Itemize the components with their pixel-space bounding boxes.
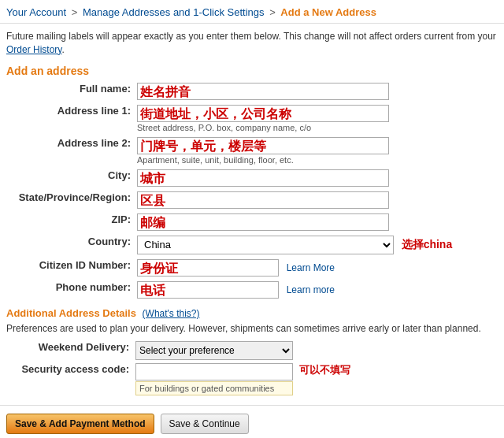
- phone-learn-more[interactable]: Learn more: [287, 284, 335, 295]
- breadcrumb-current: Add a New Address: [280, 6, 376, 18]
- country-label: Country:: [0, 233, 134, 257]
- security-code-hint: For buildings or gated communities: [135, 381, 293, 395]
- phone-wrapper: 电话: [137, 281, 279, 299]
- address1-input[interactable]: [137, 105, 389, 122]
- country-row: Country: China United States United King…: [0, 233, 504, 257]
- breadcrumb-manage-link[interactable]: Manage Addresses and 1-Click Settings: [83, 6, 265, 18]
- additional-title: Additional Address Details: [6, 307, 136, 319]
- citizen-id-input[interactable]: [137, 259, 279, 277]
- city-input[interactable]: [137, 169, 389, 187]
- citizen-id-label: Citizen ID Number:: [0, 257, 134, 279]
- zip-input[interactable]: [137, 213, 389, 231]
- add-address-heading: Add an address: [0, 60, 504, 80]
- no-fill-annotation: 可以不填写: [296, 362, 354, 397]
- full-name-input[interactable]: [137, 83, 389, 100]
- citizen-id-learn-more[interactable]: Learn More: [287, 262, 335, 273]
- country-cell: China United States United Kingdom Japan…: [134, 233, 504, 257]
- address1-label: Address line 1:: [0, 102, 134, 135]
- country-select[interactable]: China United States United Kingdom Japan…: [137, 236, 394, 254]
- city-cell: 城市: [134, 167, 504, 189]
- full-name-cell: 姓名拼音: [134, 80, 504, 102]
- order-history-link[interactable]: Order History: [6, 44, 61, 55]
- phone-input[interactable]: [137, 281, 279, 299]
- address-form: Full name: 姓名拼音 Address line 1: 街道地址，小区，…: [0, 80, 504, 301]
- zip-row: ZIP: 邮编: [0, 211, 504, 233]
- phone-cell: 电话 Learn more: [134, 279, 504, 301]
- citizen-id-row: Citizen ID Number: 身份证 Learn More: [0, 257, 504, 279]
- full-name-row: Full name: 姓名拼音: [0, 80, 504, 102]
- city-label: City:: [0, 167, 134, 189]
- intro-text: Future mailing labels will appear exactl…: [0, 24, 504, 60]
- address2-row: Address line 2: 门牌号，单元，楼层等 Apartment, su…: [0, 135, 504, 167]
- address2-hint: Apartment, suite, unit, building, floor,…: [137, 155, 501, 165]
- security-code-row: Security access code: For buildings or g…: [6, 362, 354, 397]
- address2-wrapper: 门牌号，单元，楼层等: [137, 137, 389, 154]
- citizen-id-cell: 身份证 Learn More: [134, 257, 504, 279]
- weekend-delivery-cell: Select your preference Yes No: [132, 340, 296, 362]
- state-wrapper: 区县: [137, 191, 389, 209]
- additional-description: Preferences are used to plan your delive…: [0, 321, 504, 339]
- save-add-payment-button[interactable]: Save & Add Payment Method: [6, 414, 154, 434]
- zip-cell: 邮编: [134, 211, 504, 233]
- additional-heading: Additional Address Details (What's this?…: [0, 301, 504, 321]
- city-row: City: 城市: [0, 167, 504, 189]
- weekend-delivery-select[interactable]: Select your preference Yes No: [135, 341, 293, 360]
- save-continue-button[interactable]: Save & Continue: [161, 414, 249, 434]
- security-code-input[interactable]: [135, 363, 293, 380]
- zip-wrapper: 邮编: [137, 213, 389, 231]
- state-cell: 区县: [134, 189, 504, 211]
- city-wrapper: 城市: [137, 169, 389, 187]
- security-code-label: Security access code:: [6, 362, 132, 397]
- phone-label: Phone number:: [0, 279, 134, 301]
- intro-main-text: Future mailing labels will appear exactl…: [6, 31, 496, 42]
- full-name-wrapper: 姓名拼音: [137, 83, 389, 100]
- address1-wrapper: 街道地址，小区，公司名称: [137, 105, 389, 122]
- phone-row: Phone number: 电话 Learn more: [0, 279, 504, 301]
- button-bar: Save & Add Payment Method Save & Continu…: [0, 405, 504, 438]
- security-code-cell: For buildings or gated communities: [132, 362, 296, 397]
- additional-form: Weekend Delivery: Select your preference…: [0, 338, 504, 399]
- address1-hint: Street address, P.O. box, company name, …: [137, 123, 501, 132]
- additional-table: Weekend Delivery: Select your preference…: [6, 340, 354, 397]
- full-name-label: Full name:: [0, 80, 134, 102]
- address1-cell: 街道地址，小区，公司名称 Street address, P.O. box, c…: [134, 102, 504, 135]
- china-annotation: 选择china: [402, 238, 453, 251]
- state-input[interactable]: [137, 191, 389, 209]
- address2-label: Address line 2:: [0, 135, 134, 167]
- weekend-delivery-label: Weekend Delivery:: [6, 340, 132, 362]
- address2-cell: 门牌号，单元，楼层等 Apartment, suite, unit, build…: [134, 135, 504, 167]
- address2-input[interactable]: [137, 137, 389, 154]
- weekend-delivery-row: Weekend Delivery: Select your preference…: [6, 340, 354, 362]
- breadcrumb-sep2: >: [269, 6, 276, 18]
- breadcrumb: Your Account > Manage Addresses and 1-Cl…: [0, 0, 504, 24]
- citizen-id-wrapper: 身份证: [137, 259, 279, 277]
- state-label: State/Province/Region:: [0, 189, 134, 211]
- whats-this-link[interactable]: (What's this?): [143, 308, 200, 319]
- breadcrumb-sep1: >: [72, 6, 78, 18]
- address1-row: Address line 1: 街道地址，小区，公司名称 Street addr…: [0, 102, 504, 135]
- zip-label: ZIP:: [0, 211, 134, 233]
- state-row: State/Province/Region: 区县: [0, 189, 504, 211]
- breadcrumb-account-link[interactable]: Your Account: [6, 6, 66, 18]
